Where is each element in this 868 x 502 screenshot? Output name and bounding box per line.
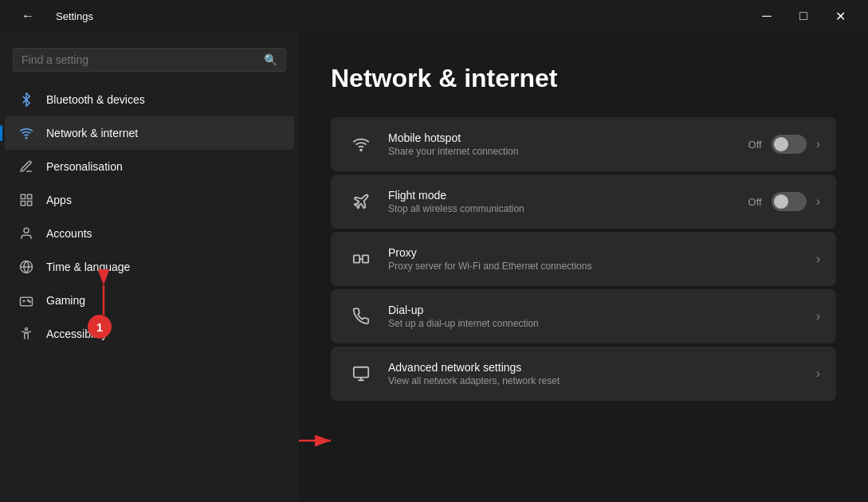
search-box[interactable]: 🔍 bbox=[13, 48, 286, 72]
chevron-icon-flight-mode: › bbox=[816, 194, 820, 209]
toggle-knob-flight-mode bbox=[774, 194, 788, 209]
svg-point-8 bbox=[28, 300, 29, 301]
main-content: Network & internet Mobile hotspot Share … bbox=[299, 32, 868, 502]
svg-rect-3 bbox=[21, 202, 25, 206]
svg-rect-1 bbox=[21, 194, 25, 198]
bluetooth-icon bbox=[18, 91, 35, 108]
setting-icon-dial-up bbox=[347, 302, 375, 331]
chevron-icon-mobile-hotspot: › bbox=[816, 137, 820, 151]
setting-title-proxy: Proxy bbox=[388, 246, 816, 259]
back-button[interactable]: ← bbox=[10, 3, 46, 29]
chevron-icon-dial-up: › bbox=[816, 309, 820, 324]
sidebar-item-time[interactable]: Time & language bbox=[5, 250, 294, 284]
setting-text-mobile-hotspot: Mobile hotspot Share your internet conne… bbox=[388, 131, 748, 157]
setting-title-advanced-network: Advanced network settings bbox=[388, 361, 816, 374]
maximize-button[interactable]: □ bbox=[785, 3, 822, 29]
setting-subtitle-advanced-network: View all network adapters, network reset bbox=[388, 375, 816, 386]
setting-right-flight-mode: Off › bbox=[748, 192, 820, 211]
svg-rect-4 bbox=[28, 202, 32, 206]
minimize-button[interactable]: ─ bbox=[748, 3, 785, 29]
window-controls: ─ □ ✕ bbox=[748, 3, 858, 29]
titlebar: ← Settings ─ □ ✕ bbox=[0, 0, 868, 32]
setting-icon-proxy bbox=[347, 245, 375, 273]
search-input[interactable] bbox=[22, 53, 257, 66]
setting-card-advanced-network[interactable]: Advanced network settings View all netwo… bbox=[331, 347, 836, 401]
sidebar-item-apps[interactable]: Apps bbox=[5, 183, 294, 217]
svg-point-10 bbox=[26, 328, 28, 331]
apps-icon bbox=[18, 191, 35, 209]
toggle-status-flight-mode: Off bbox=[748, 196, 762, 208]
setting-text-flight-mode: Flight mode Stop all wireless communicat… bbox=[388, 189, 748, 214]
svg-point-0 bbox=[26, 137, 27, 139]
sidebar-label-apps: Apps bbox=[46, 194, 72, 206]
setting-right-proxy: › bbox=[816, 252, 820, 266]
sidebar-label-accessibility: Accessibility bbox=[46, 327, 107, 340]
svg-point-5 bbox=[24, 228, 29, 233]
sidebar-item-bluetooth[interactable]: Bluetooth & devices bbox=[5, 83, 294, 116]
toggle-flight-mode[interactable] bbox=[772, 192, 807, 211]
sidebar-label-network: Network & internet bbox=[46, 127, 138, 139]
svg-rect-12 bbox=[354, 255, 359, 262]
time-icon bbox=[18, 258, 35, 276]
sidebar-label-bluetooth: Bluetooth & devices bbox=[46, 93, 145, 106]
sidebar-nav: Bluetooth & devices Network & internet P… bbox=[0, 83, 299, 351]
setting-text-dial-up: Dial-up Set up a dial-up internet connec… bbox=[388, 304, 816, 329]
personalisation-icon bbox=[18, 158, 35, 175]
sidebar-item-personalisation[interactable]: Personalisation bbox=[5, 150, 294, 183]
setting-icon-flight-mode bbox=[347, 187, 375, 216]
sidebar-label-personalisation: Personalisation bbox=[46, 160, 123, 173]
settings-list: Mobile hotspot Share your internet conne… bbox=[331, 117, 836, 401]
network-icon bbox=[18, 124, 35, 142]
toggle-status-mobile-hotspot: Off bbox=[748, 139, 762, 151]
svg-rect-13 bbox=[363, 255, 368, 262]
toggle-mobile-hotspot[interactable] bbox=[772, 135, 807, 154]
sidebar-item-accessibility[interactable]: Accessibility bbox=[5, 317, 294, 351]
titlebar-left: ← Settings bbox=[10, 3, 93, 29]
chevron-icon-proxy: › bbox=[816, 252, 820, 266]
setting-subtitle-flight-mode: Stop all wireless communication bbox=[388, 203, 748, 214]
arrow-2 bbox=[299, 433, 339, 449]
sidebar-label-time: Time & language bbox=[46, 261, 130, 273]
svg-rect-14 bbox=[354, 367, 368, 378]
setting-card-dial-up[interactable]: Dial-up Set up a dial-up internet connec… bbox=[331, 289, 836, 343]
setting-subtitle-mobile-hotspot: Share your internet connection bbox=[388, 146, 748, 157]
search-icon: 🔍 bbox=[264, 53, 277, 66]
sidebar-label-accounts: Accounts bbox=[46, 227, 92, 240]
svg-rect-2 bbox=[28, 194, 32, 198]
setting-subtitle-dial-up: Set up a dial-up internet connection bbox=[388, 318, 816, 329]
setting-subtitle-proxy: Proxy server for Wi-Fi and Ethernet conn… bbox=[388, 261, 816, 272]
setting-card-mobile-hotspot[interactable]: Mobile hotspot Share your internet conne… bbox=[331, 117, 836, 171]
setting-right-advanced-network: › bbox=[816, 367, 820, 381]
setting-text-proxy: Proxy Proxy server for Wi-Fi and Etherne… bbox=[388, 246, 816, 272]
sidebar-item-gaming[interactable]: Gaming bbox=[5, 284, 294, 317]
svg-point-9 bbox=[29, 301, 31, 303]
svg-point-11 bbox=[360, 149, 362, 151]
setting-card-proxy[interactable]: Proxy Proxy server for Wi-Fi and Etherne… bbox=[331, 232, 836, 286]
toggle-knob-mobile-hotspot bbox=[774, 137, 788, 151]
setting-text-advanced-network: Advanced network settings View all netwo… bbox=[388, 361, 816, 386]
sidebar: 🔍 Bluetooth & devices Network & internet… bbox=[0, 32, 299, 502]
setting-right-dial-up: › bbox=[816, 309, 820, 324]
page-title: Network & internet bbox=[331, 64, 836, 93]
setting-icon-advanced-network bbox=[347, 359, 375, 388]
app-body: 🔍 Bluetooth & devices Network & internet… bbox=[0, 32, 868, 502]
setting-card-flight-mode[interactable]: Flight mode Stop all wireless communicat… bbox=[331, 175, 836, 229]
chevron-icon-advanced-network: › bbox=[816, 367, 820, 381]
app-title: Settings bbox=[56, 10, 93, 22]
setting-title-dial-up: Dial-up bbox=[388, 304, 816, 316]
setting-right-mobile-hotspot: Off › bbox=[748, 135, 820, 154]
setting-icon-mobile-hotspot bbox=[347, 130, 375, 159]
close-button[interactable]: ✕ bbox=[822, 3, 858, 29]
sidebar-label-gaming: Gaming bbox=[46, 294, 85, 307]
setting-title-flight-mode: Flight mode bbox=[388, 189, 748, 202]
sidebar-item-network[interactable]: Network & internet bbox=[5, 116, 294, 150]
gaming-icon bbox=[18, 292, 35, 309]
sidebar-item-accounts[interactable]: Accounts bbox=[5, 217, 294, 250]
accessibility-icon bbox=[18, 325, 35, 343]
setting-title-mobile-hotspot: Mobile hotspot bbox=[388, 131, 748, 144]
accounts-icon bbox=[18, 225, 35, 242]
